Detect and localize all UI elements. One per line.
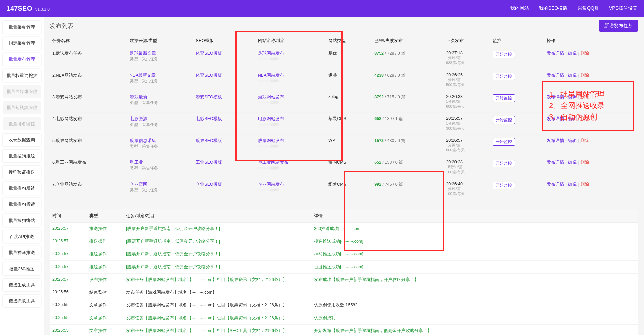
log-type: 文章操作 (87, 299, 123, 312)
edit-link[interactable]: 编辑 (568, 95, 577, 99)
site-type: zblog (326, 91, 372, 113)
start-monitor-button[interactable]: 开始监控 (493, 160, 515, 168)
sidebar-item[interactable]: 链接抓取工具 (3, 295, 41, 307)
seo-template-link[interactable]: 电影SEO模板 (196, 116, 222, 121)
detail-link[interactable]: 发布详情 (547, 138, 564, 143)
detail-link[interactable]: 发布详情 (547, 95, 564, 99)
edit-link[interactable]: 编辑 (568, 160, 577, 165)
data-source-link[interactable]: 电影资源 (130, 116, 191, 122)
topnav-item[interactable]: 采集QQ群 (578, 5, 599, 11)
seo-template-link[interactable]: 企业SEO模板 (196, 182, 222, 187)
logo-text: 147SEO (7, 5, 32, 12)
log-task: 发布任务【股票网站发布】域名【··········.com】栏目【股票资讯（文档… (123, 274, 311, 286)
row-actions: 发布详情|编辑|删除 (544, 178, 638, 200)
delete-link[interactable]: 删除 (580, 182, 589, 187)
data-source-link[interactable]: 股票信息采集 (130, 138, 191, 144)
start-monitor-button[interactable]: 开始监控 (493, 94, 515, 102)
logo-block: 147SEO v1.3.1.0 (7, 5, 50, 12)
site-type: WP (326, 135, 372, 156)
freq: 1分钟/篇 (446, 143, 487, 148)
publish-counts: 8752 / 728 / 0 篇 (372, 47, 443, 69)
sidebar-item[interactable]: 批量采集管理 (3, 21, 41, 34)
sidebar-item[interactable]: 批量权重词挖掘 (3, 69, 41, 82)
start-monitor-button[interactable]: 开始监控 (493, 182, 515, 189)
delete-link[interactable]: 删除 (580, 138, 589, 143)
quota: 800篇/每天 (446, 148, 487, 153)
site-name-link[interactable]: 企业网站发布 (258, 182, 323, 187)
sidebar-item[interactable]: 链接生成工具 (3, 279, 41, 291)
sidebar-item[interactable]: 批量搜狗绑站 (3, 214, 41, 227)
log-task: 发布任务【股票网站发布】域名【··········.com】栏目【股票资讯（文档… (123, 312, 311, 325)
sidebar-item[interactable]: 指定采集管理 (3, 37, 41, 50)
delete-link[interactable]: 删除 (580, 160, 589, 165)
data-source-link[interactable]: 企业官网 (130, 182, 191, 187)
site-name-link[interactable]: 足球网站发布 (258, 51, 323, 56)
sidebar-item[interactable]: 批量搜狗推送 (3, 150, 41, 162)
log-type: 推送操作 (87, 261, 123, 274)
data-source-link[interactable]: 游戏最新 (130, 94, 191, 100)
site-name-link[interactable]: 重工业网站发布 (258, 160, 323, 165)
log-type: 文章操作 (87, 325, 123, 335)
publish-counts: 652 / 158 / 0 篇 (372, 156, 443, 178)
sidebar-item[interactable]: 搜狗验证推送 (3, 166, 41, 179)
delete-link[interactable]: 删除 (580, 95, 589, 99)
topnav-item[interactable]: VPS拨号设置 (609, 5, 637, 11)
detail-link[interactable]: 发布详情 (547, 51, 564, 56)
edit-link[interactable]: 编辑 (568, 51, 577, 56)
site-name-link[interactable]: 股票网站发布 (258, 138, 323, 144)
start-monitor-button[interactable]: 开始监控 (493, 51, 515, 58)
edit-link[interactable]: 编辑 (568, 182, 577, 187)
detail-link[interactable]: 发布详情 (547, 160, 564, 165)
detail-link[interactable]: 发布详情 (547, 116, 564, 121)
sidebar-item[interactable]: 百度API推送 (3, 230, 41, 243)
source-type: 类型：采集任务 (130, 100, 191, 106)
site-name-link[interactable]: NBA网站发布 (258, 73, 323, 78)
add-publish-task-button[interactable]: 新增发布任务 (599, 20, 638, 32)
site-name-link[interactable]: 游戏网站发布 (258, 94, 323, 100)
detail-link[interactable]: 发布详情 (547, 73, 564, 78)
sidebar-item[interactable]: 收录数据查询 (3, 134, 41, 146)
log-column-header: 类型 (87, 209, 123, 223)
log-type: 发布操作 (87, 274, 123, 286)
quota: 500篇/每天 (446, 82, 487, 87)
sidebar-item[interactable]: 批量搜狗投诉 (3, 198, 41, 211)
seo-template-link[interactable]: 体育SEO模板 (196, 73, 222, 78)
detail-link[interactable]: 发布详情 (547, 182, 564, 187)
next-time: 20:26:25 (446, 73, 487, 77)
sidebar-item[interactable]: 批量360推送 (3, 262, 41, 275)
delete-link[interactable]: 删除 (580, 116, 589, 121)
seo-template-link[interactable]: 股票SEO模版 (196, 138, 222, 143)
table-row: 3.游戏网站发布游戏最新类型：采集任务游戏SEO模板游戏网站发布········… (50, 91, 638, 113)
sidebar-item[interactable]: 批量发布管理 (3, 53, 41, 66)
data-source-link[interactable]: NBA最新文章 (130, 73, 191, 78)
delete-link[interactable]: 删除 (580, 73, 589, 78)
source-type: 类型：采集任务 (130, 122, 191, 128)
site-name-link[interactable]: 电影网站发布 (258, 116, 323, 122)
edit-link[interactable]: 编辑 (568, 116, 577, 121)
topnav-item[interactable]: 我的网站 (510, 5, 529, 11)
seo-template-link[interactable]: 体育SEO模板 (196, 51, 222, 56)
log-column-header: 时间 (50, 209, 87, 223)
log-type: 推送操作 (87, 223, 123, 235)
row-actions: 发布详情|编辑|删除 (544, 69, 638, 91)
log-task: 发布任务【股票网站发布】域名【··········.com】栏目【SEO工具（文… (123, 325, 311, 335)
delete-link[interactable]: 删除 (580, 51, 589, 56)
log-task: [股票开户新手避坑指南，低佣金开户攻略分享！] (123, 248, 311, 261)
log-task: [股票开户新手避坑指南，低佣金开户攻略分享！] (123, 261, 311, 274)
topnav-item[interactable]: 我的SEO模版 (539, 5, 568, 11)
seo-template-link[interactable]: 游戏SEO模板 (196, 95, 222, 99)
edit-link[interactable]: 编辑 (568, 73, 577, 78)
data-source-link[interactable]: 重工业 (130, 160, 191, 165)
start-monitor-button[interactable]: 开始监控 (493, 73, 515, 80)
source-type: 类型：采集任务 (130, 165, 191, 171)
seo-template-link[interactable]: 工业SEO模版 (196, 160, 222, 165)
data-source-link[interactable]: 足球最新文章 (130, 51, 191, 56)
edit-link[interactable]: 编辑 (568, 138, 577, 143)
site-domain: ··········.com (258, 187, 323, 192)
sidebar-item[interactable]: 批量搜狗反馈 (3, 182, 41, 195)
start-monitor-button[interactable]: 开始监控 (493, 116, 515, 124)
start-monitor-button[interactable]: 开始监控 (493, 138, 515, 146)
sidebar-item: 批量短视频管理 (3, 101, 41, 114)
log-type: 结束监控 (87, 286, 123, 299)
sidebar-item[interactable]: 批量神马推送 (3, 246, 41, 259)
